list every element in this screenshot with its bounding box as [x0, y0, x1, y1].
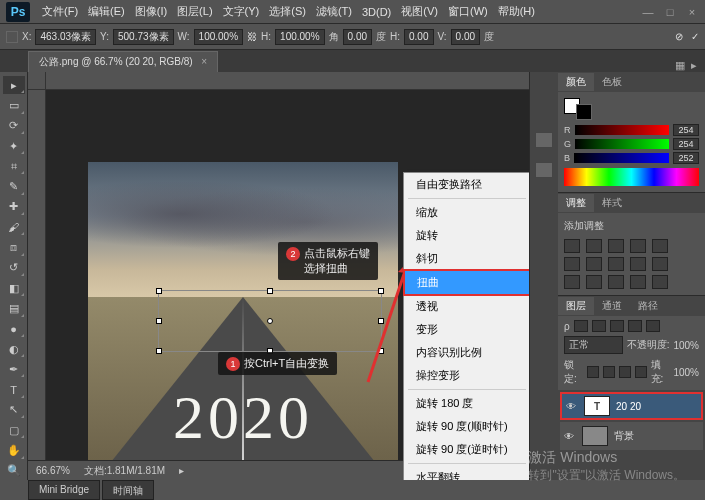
fill-value[interactable]: 100%	[673, 367, 699, 378]
menu-layer[interactable]: 图层(L)	[173, 2, 216, 21]
filter-type-icon[interactable]	[610, 320, 624, 332]
type-tool[interactable]: T	[3, 380, 25, 398]
adj-selectcolor-icon[interactable]	[652, 275, 668, 289]
dodge-tool[interactable]: ◐	[3, 340, 25, 358]
tab-paths[interactable]: 路径	[630, 297, 666, 315]
cancel-transform-icon[interactable]: ⊘	[675, 31, 683, 42]
filter-pixel-icon[interactable]	[574, 320, 588, 332]
transform-handle-center[interactable]	[267, 318, 273, 324]
eyedropper-tool[interactable]: ✎	[3, 177, 25, 195]
maximize-button[interactable]: □	[663, 6, 677, 18]
g-value[interactable]: 254	[673, 138, 699, 150]
layer-name[interactable]: 背景	[614, 429, 634, 443]
brush-tool[interactable]: 🖌	[3, 218, 25, 236]
lasso-tool[interactable]: ⟳	[3, 117, 25, 135]
menu-edit[interactable]: 编辑(E)	[84, 2, 129, 21]
hand-tool[interactable]: ✋	[3, 441, 25, 459]
pen-tool[interactable]: ✒	[3, 360, 25, 378]
lock-pixels-icon[interactable]	[603, 366, 615, 378]
menu-view[interactable]: 视图(V)	[397, 2, 442, 21]
ruler-horizontal[interactable]	[46, 72, 529, 90]
menu-window[interactable]: 窗口(W)	[444, 2, 492, 21]
heal-tool[interactable]: ✚	[3, 198, 25, 216]
color-spectrum[interactable]	[564, 168, 699, 186]
zoom-tool[interactable]: 🔍	[3, 462, 25, 480]
adj-colorlookup-icon[interactable]	[652, 257, 668, 271]
lock-all-icon[interactable]	[635, 366, 647, 378]
cm-flip-h[interactable]: 水平翻转	[404, 466, 529, 480]
menu-select[interactable]: 选择(S)	[265, 2, 310, 21]
layer-row-2020[interactable]: 👁 T 20 20	[560, 392, 703, 420]
zoom-level[interactable]: 66.67%	[36, 465, 70, 476]
cm-rotate-90ccw[interactable]: 旋转 90 度(逆时针)	[404, 438, 529, 461]
g-slider[interactable]	[575, 139, 669, 149]
b-slider[interactable]	[574, 153, 669, 163]
filter-shape-icon[interactable]	[628, 320, 642, 332]
menu-help[interactable]: 帮助(H)	[494, 2, 539, 21]
hskew-field[interactable]: 0.00	[404, 29, 433, 45]
opacity-value[interactable]: 100%	[673, 340, 699, 351]
wand-tool[interactable]: ✦	[3, 137, 25, 155]
adj-brightness-icon[interactable]	[564, 239, 580, 253]
transform-handle-mr[interactable]	[378, 318, 384, 324]
document-tab[interactable]: 公路.png @ 66.7% (20 20, RGB/8) ×	[28, 51, 218, 72]
adj-bw-icon[interactable]	[586, 257, 602, 271]
menu-file[interactable]: 文件(F)	[38, 2, 82, 21]
tab-color[interactable]: 颜色	[558, 73, 594, 91]
doc-info[interactable]: 文档:1.81M/1.81M	[84, 464, 165, 478]
adj-posterize-icon[interactable]	[586, 275, 602, 289]
adj-curves-icon[interactable]	[608, 239, 624, 253]
lock-position-icon[interactable]	[619, 366, 631, 378]
stamp-tool[interactable]: ⧈	[3, 238, 25, 256]
cm-free-transform-path[interactable]: 自由变换路径	[404, 173, 529, 196]
move-tool[interactable]: ▸	[3, 76, 25, 94]
transform-handle-br[interactable]	[378, 348, 384, 354]
background-swatch[interactable]	[576, 104, 592, 120]
cm-rotate-90cw[interactable]: 旋转 90 度(顺时针)	[404, 415, 529, 438]
adj-channelmix-icon[interactable]	[630, 257, 646, 271]
adj-photofilter-icon[interactable]	[608, 257, 624, 271]
h-field[interactable]: 100.00%	[275, 29, 324, 45]
cm-rotate-180[interactable]: 旋转 180 度	[404, 392, 529, 415]
link-wh-icon[interactable]: ⛓	[247, 31, 257, 42]
r-value[interactable]: 254	[673, 124, 699, 136]
adj-invert-icon[interactable]	[564, 275, 580, 289]
tab-swatches[interactable]: 色板	[594, 73, 630, 91]
ruler-vertical[interactable]	[28, 90, 46, 480]
cm-warp[interactable]: 变形	[404, 318, 529, 341]
y-field[interactable]: 500.73 像素	[113, 29, 174, 45]
filter-adjust-icon[interactable]	[592, 320, 606, 332]
marquee-tool[interactable]: ▭	[3, 96, 25, 114]
commit-transform-icon[interactable]: ✓	[691, 31, 699, 42]
cm-puppet-warp[interactable]: 操控变形	[404, 364, 529, 387]
tab-timeline[interactable]: 时间轴	[102, 480, 154, 500]
path-select-tool[interactable]: ↖	[3, 401, 25, 419]
history-panel-icon[interactable]	[535, 132, 553, 148]
cm-skew[interactable]: 斜切	[404, 247, 529, 270]
crop-tool[interactable]: ⌗	[3, 157, 25, 175]
layer-visibility-icon[interactable]: 👁	[566, 401, 578, 412]
layer-thumb-text[interactable]: T	[584, 396, 610, 416]
gradient-tool[interactable]: ▤	[3, 299, 25, 317]
adj-vibrance-icon[interactable]	[652, 239, 668, 253]
adj-exposure-icon[interactable]	[630, 239, 646, 253]
r-slider[interactable]	[575, 125, 670, 135]
b-value[interactable]: 252	[673, 152, 699, 164]
cm-content-aware-scale[interactable]: 内容识别比例	[404, 341, 529, 364]
cm-rotate[interactable]: 旋转	[404, 224, 529, 247]
transform-bounding-box[interactable]	[158, 290, 382, 352]
tab-styles[interactable]: 样式	[594, 194, 630, 212]
cm-perspective[interactable]: 透视	[404, 295, 529, 318]
transform-handle-tm[interactable]	[267, 288, 273, 294]
adj-levels-icon[interactable]	[586, 239, 602, 253]
w-field[interactable]: 100.00%	[194, 29, 243, 45]
shape-tool[interactable]: ▢	[3, 421, 25, 439]
tab-close-icon[interactable]: ×	[201, 56, 207, 67]
layer-row-background[interactable]: 👁 背景	[560, 422, 703, 450]
transform-handle-ml[interactable]	[156, 318, 162, 324]
menu-filter[interactable]: 滤镜(T)	[312, 2, 356, 21]
layer-visibility-icon[interactable]: 👁	[564, 431, 576, 442]
transform-handle-tr[interactable]	[378, 288, 384, 294]
lock-transparent-icon[interactable]	[587, 366, 599, 378]
vskew-field[interactable]: 0.00	[451, 29, 480, 45]
